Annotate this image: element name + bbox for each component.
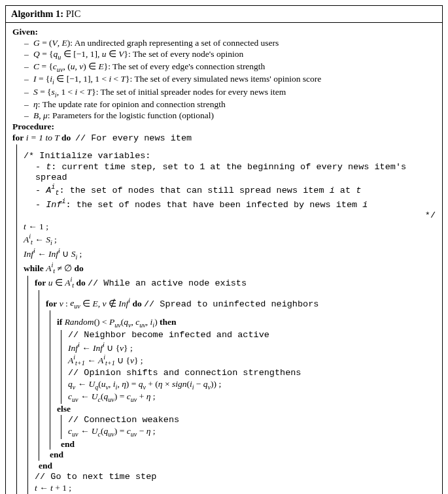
comment: // Neighbor become infected and active (68, 330, 436, 341)
keyword-else: else (57, 404, 71, 414)
comment: // Opinion shifts and connection strengt… (68, 368, 436, 379)
for-u: for u ∈ Ait do // While an active node e… (35, 276, 436, 290)
comment-block: /* Initialize variables: (24, 151, 436, 162)
algorithm-body: Given: – G = (V, E): An undirected graph… (6, 23, 442, 494)
given-item: – I = {ii ∈ [−1, 1], 1 < i < T}: The set… (24, 74, 436, 86)
keyword-for: for (46, 298, 57, 308)
algorithm-label: Algorithm 1: (11, 8, 63, 19)
while: while Ait ≠ ∅ do (24, 261, 436, 276)
stmt: qv ← Uq(uv, ii, η) = qv + (η × sign(ii −… (68, 379, 436, 391)
keyword-do: do (61, 133, 71, 142)
stmt: Infi ← Infi ∪ Si ; (24, 247, 436, 261)
stmt: Ait ← Si ; (24, 233, 436, 247)
comment: // For every news item (75, 133, 192, 143)
comment-line: - Infi: the set of nodes that have been … (35, 198, 436, 210)
given-item: – η: The update rate for opinion and con… (24, 99, 436, 110)
else: else (57, 404, 436, 415)
stmt: cuv ← Uc(quv) = cuv − η ; (68, 426, 436, 438)
comment-line: - Ait: the set of nodes that can still s… (35, 184, 436, 198)
algorithm-name: PIC (66, 8, 81, 19)
stmt: Ait+1 ← Ait+1 ∪ {v} ; (68, 354, 436, 368)
stmt: cuv ← Uc(quv) = cuv + η ; (68, 391, 436, 404)
if: if Random() < Puv(qv, cuv, ii) then (57, 317, 436, 329)
given-text: C = {cuv, (u, v) ∈ E}: The set of every … (33, 61, 265, 74)
given-text: G = (V, E): An undirected graph represen… (33, 38, 279, 49)
keyword-end: end (57, 439, 436, 450)
given-item: – G = (V, E): An undirected graph repres… (24, 38, 436, 49)
given-text: B, μ: Parameters for the logistic functi… (33, 110, 214, 122)
comment: // Spread to uninfected neighbors (144, 299, 319, 308)
algorithm-box: Algorithm 1: PIC Given: – G = (V, E): An… (5, 5, 443, 494)
procedure-label: Procedure: (12, 122, 436, 133)
given-label: Given: (12, 27, 436, 38)
algorithm-title-bar: Algorithm 1: PIC (6, 6, 442, 23)
keyword-end: end (46, 450, 436, 461)
given-text: I = {ii ∈ [−1, 1], 1 < i < T}: The set o… (33, 74, 321, 86)
given-item: – C = {cuv, (u, v) ∈ E}: The set of ever… (24, 61, 436, 74)
comment-line: - t: current time step, set to 1 at the … (35, 162, 436, 184)
keyword-do: do (76, 277, 85, 287)
keyword-then: then (160, 317, 177, 327)
given-text: Q = {qu ∈ [−1, 1], u ∈ V}: The set of ev… (33, 49, 243, 61)
given-item: – B, μ: Parameters for the logistic func… (24, 110, 436, 122)
given-text: η: The update rate for opinion and conne… (33, 99, 226, 110)
keyword-do: do (132, 298, 141, 308)
for-outer: for i = 1 to T do // For every news item (12, 133, 436, 144)
comment-close: */ (24, 210, 436, 222)
stmt: t ← t + 1 ; (35, 483, 436, 494)
keyword-end: end (35, 461, 436, 472)
for-v: for v : euv ∈ E, v ∉ Infi do // Spread t… (46, 297, 436, 311)
keyword-do: do (75, 263, 84, 272)
keyword-if: if (57, 317, 62, 327)
given-item: – S = {si, 1 < i < T}: The set of initia… (24, 87, 436, 99)
comment: // While an active node exists (88, 278, 247, 288)
comment: // Go to next time step (35, 472, 436, 483)
comment: // Connection weakens (68, 415, 436, 426)
given-item: – Q = {qu ∈ [−1, 1], u ∈ V}: The set of … (24, 49, 436, 61)
given-text: S = {si, 1 < i < T}: The set of initial … (33, 87, 286, 99)
stmt: Infi ← Infi ∪ {v} ; (68, 341, 436, 354)
keyword-while: while (24, 263, 44, 272)
keyword-for: for (12, 133, 24, 142)
stmt: t ← 1 ; (24, 222, 436, 233)
keyword-for: for (35, 277, 46, 287)
